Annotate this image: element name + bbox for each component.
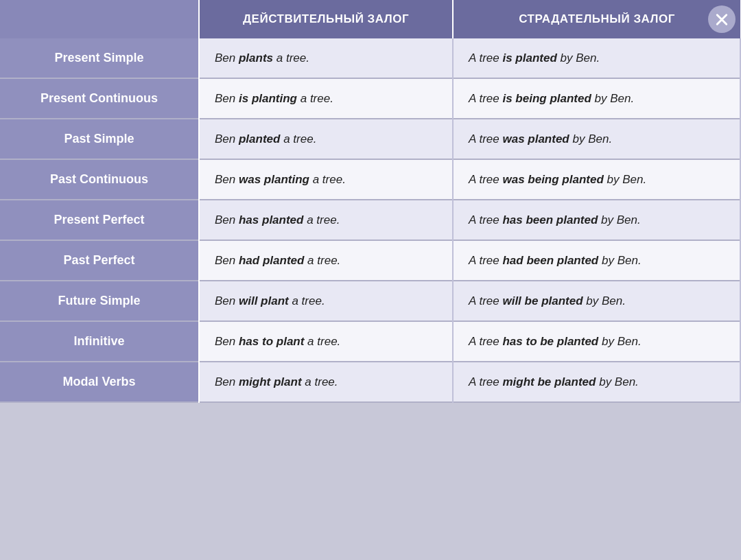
tense-cell: Infinitive <box>0 321 199 362</box>
passive-cell: A tree had been planted by Ben. <box>453 240 740 281</box>
passive-cell: A tree might be planted by Ben. <box>453 362 740 402</box>
table-row: Past ContinuousBen was planting a tree.A… <box>0 159 740 200</box>
table-row: Present ContinuousBen is planting a tree… <box>0 78 740 119</box>
table-wrapper: ДЕЙСТВИТЕЛЬНЫЙ ЗАЛОГ СТРАДАТЕЛЬНЫЙ ЗАЛОГ… <box>0 0 741 403</box>
close-button[interactable] <box>708 5 736 33</box>
active-cell: Ben has to plant a tree. <box>199 321 453 362</box>
passive-cell: A tree is planted by Ben. <box>453 38 740 78</box>
table-row: Modal VerbsBen might plant a tree.A tree… <box>0 362 740 402</box>
active-cell: Ben had planted a tree. <box>199 240 453 281</box>
tense-cell: Present Perfect <box>0 200 199 240</box>
passive-cell: A tree is being planted by Ben. <box>453 78 740 119</box>
table-row: Past SimpleBen planted a tree.A tree was… <box>0 119 740 159</box>
active-cell: Ben will plant a tree. <box>199 281 453 321</box>
active-cell: Ben planted a tree. <box>199 119 453 159</box>
table-row: Past PerfectBen had planted a tree.A tre… <box>0 240 740 281</box>
active-cell: Ben was planting a tree. <box>199 159 453 200</box>
passive-cell: A tree was planted by Ben. <box>453 119 740 159</box>
tense-cell: Present Continuous <box>0 78 199 119</box>
passive-cell: A tree will be planted by Ben. <box>453 281 740 321</box>
table-row: Future SimpleBen will plant a tree.A tre… <box>0 281 740 321</box>
header-passive: СТРАДАТЕЛЬНЫЙ ЗАЛОГ <box>453 0 740 38</box>
grammar-table: ДЕЙСТВИТЕЛЬНЫЙ ЗАЛОГ СТРАДАТЕЛЬНЫЙ ЗАЛОГ… <box>0 0 741 403</box>
table-row: Present PerfectBen has planted a tree.A … <box>0 200 740 240</box>
tense-cell: Past Perfect <box>0 240 199 281</box>
tense-cell: Future Simple <box>0 281 199 321</box>
table-row: InfinitiveBen has to plant a tree.A tree… <box>0 321 740 362</box>
passive-cell: A tree was being planted by Ben. <box>453 159 740 200</box>
tense-cell: Modal Verbs <box>0 362 199 402</box>
tense-cell: Present Simple <box>0 38 199 78</box>
table-row: Present SimpleBen plants a tree.A tree i… <box>0 38 740 78</box>
tense-cell: Past Continuous <box>0 159 199 200</box>
tense-cell: Past Simple <box>0 119 199 159</box>
active-cell: Ben might plant a tree. <box>199 362 453 402</box>
active-cell: Ben is planting a tree. <box>199 78 453 119</box>
passive-cell: A tree has been planted by Ben. <box>453 200 740 240</box>
header-active: ДЕЙСТВИТЕЛЬНЫЙ ЗАЛОГ <box>199 0 453 38</box>
active-cell: Ben has planted a tree. <box>199 200 453 240</box>
passive-cell: A tree has to be planted by Ben. <box>453 321 740 362</box>
active-cell: Ben plants a tree. <box>199 38 453 78</box>
header-tense <box>0 0 199 38</box>
